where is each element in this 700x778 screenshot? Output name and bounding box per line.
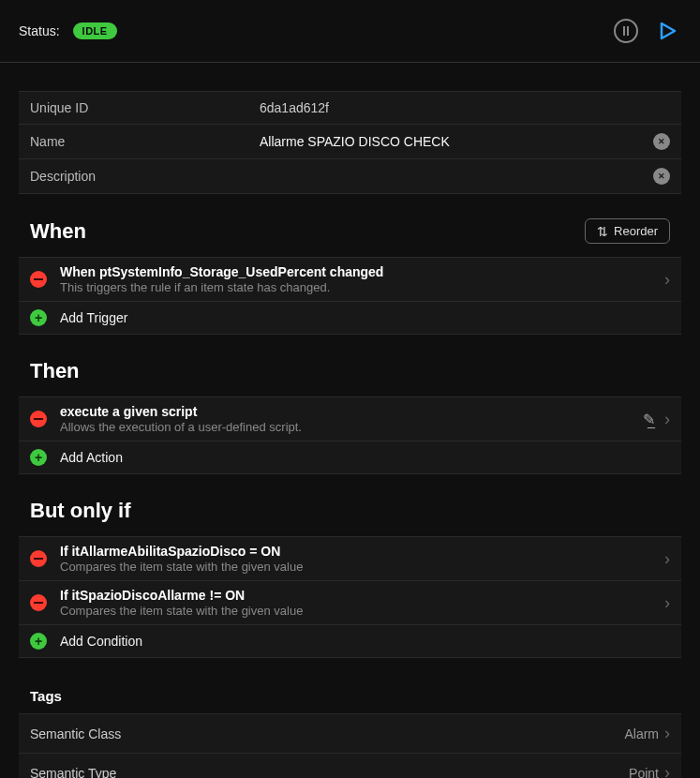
tag-value-wrap: Alarm ›	[624, 724, 670, 743]
reorder-label: Reorder	[614, 224, 658, 238]
when-section-head: When ⇅ Reorder	[19, 218, 681, 244]
add-condition-label: Add Condition	[60, 634, 670, 649]
trigger-body: When ptSystemInfo_Storage_UsedPercent ch…	[60, 264, 664, 294]
name-label: Name	[30, 134, 260, 149]
condition-sub: Compares the item state with the given v…	[60, 604, 664, 618]
add-action-label: Add Action	[60, 450, 670, 465]
header-actions	[612, 17, 681, 45]
form-block: Unique ID 6da1ad612f Name Allarme SPAZIO…	[19, 91, 681, 194]
status-label: Status:	[19, 23, 60, 38]
butonlyif-list: If itAllarmeAbilitaSpazioDisco = ON Comp…	[19, 536, 681, 658]
condition-body: If itSpazioDiscoAllarme != ON Compares t…	[60, 588, 664, 618]
tags-title: Tags	[19, 688, 681, 713]
reorder-icon: ⇅	[597, 225, 608, 238]
condition-title: If itAllarmeAbilitaSpazioDisco = ON	[60, 544, 664, 559]
reorder-button[interactable]: ⇅ Reorder	[585, 218, 670, 244]
unique-id-label: Unique ID	[30, 100, 260, 115]
tags-list: Semantic Class Alarm › Semantic Type Poi…	[19, 713, 681, 778]
chevron-right-icon: ›	[664, 410, 670, 429]
status-group: Status: IDLE	[19, 22, 117, 39]
content: Unique ID 6da1ad612f Name Allarme SPAZIO…	[0, 63, 700, 778]
trigger-chevron-wrap: ›	[664, 270, 670, 290]
run-button[interactable]	[653, 17, 681, 45]
trigger-item[interactable]: When ptSystemInfo_Storage_UsedPercent ch…	[19, 258, 681, 302]
condition-sub: Compares the item state with the given v…	[60, 560, 664, 574]
description-label: Description	[30, 169, 260, 184]
unique-id-row: Unique ID 6da1ad612f	[19, 91, 681, 125]
clear-description-icon[interactable]	[653, 168, 670, 185]
chevron-right-icon: ›	[664, 549, 670, 569]
add-condition-button[interactable]: Add Condition	[19, 625, 681, 657]
name-row[interactable]: Name Allarme SPAZIO DISCO CHECK	[19, 125, 681, 159]
remove-trigger-button[interactable]	[30, 271, 47, 288]
tag-value-wrap: Point ›	[629, 763, 670, 778]
pause-icon	[614, 19, 638, 43]
then-section-head: Then	[19, 359, 681, 383]
add-action-button[interactable]: Add Action	[19, 441, 681, 473]
chevron-right-icon: ›	[664, 593, 670, 613]
action-right: ✎̲ ›	[643, 410, 670, 429]
trigger-title: When ptSystemInfo_Storage_UsedPercent ch…	[60, 264, 664, 279]
add-trigger-label: Add Trigger	[60, 310, 670, 325]
butonlyif-section-head: But only if	[19, 499, 681, 523]
pause-button[interactable]	[612, 17, 640, 45]
chevron-right-icon: ›	[664, 724, 670, 743]
add-icon	[30, 309, 47, 326]
condition-body: If itAllarmeAbilitaSpazioDisco = ON Comp…	[60, 544, 664, 574]
tag-label: Semantic Class	[30, 726, 121, 741]
semantic-class-row[interactable]: Semantic Class Alarm ›	[19, 714, 681, 754]
butonlyif-title: But only if	[30, 499, 131, 523]
then-title: Then	[30, 359, 80, 383]
condition-chevron-wrap: ›	[664, 549, 670, 569]
then-list: execute a given script Allows the execut…	[19, 396, 681, 474]
action-body: execute a given script Allows the execut…	[60, 404, 643, 434]
when-list: When ptSystemInfo_Storage_UsedPercent ch…	[19, 257, 681, 335]
condition-item[interactable]: If itSpazioDiscoAllarme != ON Compares t…	[19, 581, 681, 625]
action-title: execute a given script	[60, 404, 643, 419]
tag-value: Point	[629, 766, 659, 779]
tag-label: Semantic Type	[30, 766, 116, 779]
play-icon	[656, 20, 678, 42]
remove-condition-button[interactable]	[30, 594, 47, 611]
action-sub: Allows the execution of a user-defined s…	[60, 420, 643, 434]
edit-script-icon[interactable]: ✎̲	[643, 411, 655, 428]
condition-title: If itSpazioDiscoAllarme != ON	[60, 588, 664, 603]
add-icon	[30, 449, 47, 466]
clear-name-icon[interactable]	[653, 133, 670, 150]
when-title: When	[30, 219, 86, 244]
status-badge: IDLE	[73, 22, 117, 39]
action-item[interactable]: execute a given script Allows the execut…	[19, 397, 681, 441]
condition-item[interactable]: If itAllarmeAbilitaSpazioDisco = ON Comp…	[19, 537, 681, 581]
unique-id-value: 6da1ad612f	[260, 100, 670, 115]
trigger-sub: This triggers the rule if an item state …	[60, 280, 664, 294]
add-trigger-button[interactable]: Add Trigger	[19, 302, 681, 334]
remove-condition-button[interactable]	[30, 550, 47, 567]
name-input[interactable]: Allarme SPAZIO DISCO CHECK	[260, 134, 653, 149]
condition-chevron-wrap: ›	[664, 593, 670, 613]
header: Status: IDLE	[0, 0, 700, 63]
semantic-type-row[interactable]: Semantic Type Point ›	[19, 754, 681, 778]
remove-action-button[interactable]	[30, 411, 47, 427]
chevron-right-icon: ›	[664, 270, 670, 290]
add-icon	[30, 633, 47, 650]
description-row[interactable]: Description	[19, 159, 681, 194]
tag-value: Alarm	[624, 726, 659, 741]
chevron-right-icon: ›	[664, 763, 670, 778]
